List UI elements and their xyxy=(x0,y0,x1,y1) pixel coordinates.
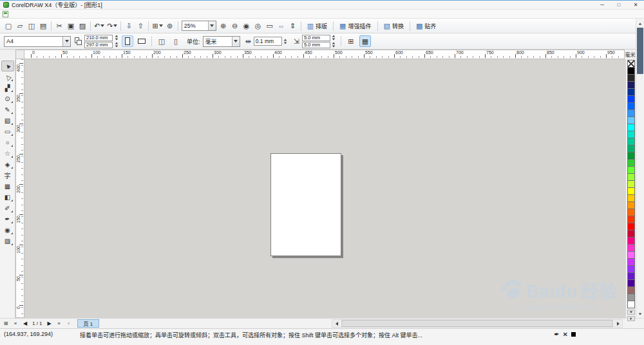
zoom-tool[interactable]: ⊙ xyxy=(1,93,14,104)
scroll-right-button[interactable] xyxy=(614,320,622,327)
document-page[interactable] xyxy=(270,153,341,256)
property-bar: A4 ◫ ▯ 单位: 毫米 ⇹ ⇲ xyxy=(0,33,636,50)
add-page-button[interactable]: ▫ xyxy=(64,319,73,328)
close-button[interactable]: ✕ xyxy=(627,1,644,9)
chevron-down-icon[interactable] xyxy=(62,37,70,46)
last-page-button[interactable]: » xyxy=(55,319,64,328)
watermark-url: jingyan.baidu.com xyxy=(501,302,617,312)
cursor-coordinates: (164.937, 169.294) xyxy=(4,331,73,337)
prev-page-button[interactable]: ◀ xyxy=(21,319,30,328)
duplicate-y-input[interactable] xyxy=(302,42,330,48)
snap-toolbar-button[interactable]: ▩贴齐 xyxy=(412,20,440,32)
open-button[interactable]: ▱ xyxy=(14,20,26,32)
nudge-spinner[interactable] xyxy=(283,39,289,44)
freehand-tool[interactable]: ✎ xyxy=(1,104,14,115)
text-tool[interactable]: 字 xyxy=(1,170,14,181)
paiban-button[interactable]: ▥排版 xyxy=(303,20,331,32)
duplicate-x-input[interactable] xyxy=(302,35,330,41)
pick-tool[interactable]: ▲ xyxy=(1,61,14,71)
smart-fill-tool[interactable]: ▧ xyxy=(1,115,14,126)
crop-tool[interactable]: ▞ xyxy=(1,82,14,93)
zoom-all-objects-button[interactable]: ◎ xyxy=(252,20,264,32)
minimize-button[interactable]: ─ xyxy=(594,1,611,9)
paper-width-spinner[interactable] xyxy=(113,35,119,41)
horizontal-ruler[interactable]: 0501001502002503003504004505005506006507… xyxy=(24,50,625,59)
scroll-left-button[interactable] xyxy=(332,320,341,327)
copy-button[interactable]: ▣ xyxy=(65,20,77,32)
enhanced-plugins-button[interactable]: ▦增强插件 xyxy=(336,20,375,32)
first-page-button[interactable]: « xyxy=(11,319,20,328)
zoom-page-height-button[interactable]: ⇕ xyxy=(287,20,299,32)
page-tab[interactable]: 页 1 xyxy=(77,319,100,328)
ellipse-tool[interactable]: ○ xyxy=(1,137,14,148)
ruler-origin-corner[interactable] xyxy=(15,50,24,59)
export-button[interactable]: ⇧ xyxy=(135,20,146,32)
units-combo[interactable]: 毫米 xyxy=(203,36,240,47)
convert-button[interactable]: ▧转换 xyxy=(380,20,408,32)
rectangle-tool[interactable]: ▭ xyxy=(1,126,14,137)
chevron-down-icon[interactable] xyxy=(232,37,240,46)
interactive-fill-tool[interactable]: ▨ xyxy=(1,236,14,247)
vertical-scrollbar[interactable] xyxy=(636,19,644,318)
landscape-button[interactable] xyxy=(136,35,147,47)
chevron-down-icon[interactable] xyxy=(208,21,216,30)
cut-button[interactable]: ✂ xyxy=(53,20,65,32)
zoom-out-button[interactable]: ⊖ xyxy=(229,20,241,32)
shape-tool-icon: △ xyxy=(3,73,12,81)
ruler-tick xyxy=(424,54,425,58)
document-icon[interactable] xyxy=(3,11,8,17)
horizontal-scrollbar[interactable] xyxy=(332,319,623,328)
snap-to-grid-button[interactable]: ⊞ xyxy=(345,35,357,47)
snap-to-objects-button[interactable]: ▦ xyxy=(359,35,371,47)
corel-online-button[interactable]: ⊛ xyxy=(164,20,176,32)
save-button[interactable]: ◫ xyxy=(26,20,37,32)
ruler-label: 300 xyxy=(16,125,21,133)
vertical-ruler[interactable]: 400350300250200150100500 xyxy=(15,59,24,318)
zoom-in-button[interactable]: ⊕ xyxy=(218,20,229,32)
scroll-down-button[interactable] xyxy=(636,310,644,318)
zoom-page-width-button[interactable]: ⇔ xyxy=(276,20,287,32)
polygon-tool[interactable]: ☆ xyxy=(1,148,14,159)
redo-button[interactable]: ↷ xyxy=(106,20,118,32)
horizontal-scroll-thumb[interactable] xyxy=(341,320,613,327)
layout-current-page-button[interactable]: ▯ xyxy=(170,35,182,47)
paste-button[interactable]: ▨ xyxy=(77,20,88,32)
blend-tool[interactable]: ◧ xyxy=(1,192,14,203)
paper-height-input[interactable] xyxy=(84,42,113,48)
zoom-page-button[interactable]: ▭ xyxy=(264,20,276,32)
palette-scroll-down-button[interactable] xyxy=(627,310,635,315)
paper-height-spinner[interactable] xyxy=(113,42,119,48)
table-tool[interactable]: ▦ xyxy=(1,181,14,192)
scroll-up-button[interactable] xyxy=(636,19,644,28)
vertical-scroll-track[interactable] xyxy=(636,74,644,310)
duplicate-y-spinner[interactable] xyxy=(331,42,337,48)
ruler-label: 550 xyxy=(365,50,373,55)
vertical-scroll-thumb[interactable] xyxy=(637,28,643,74)
paper-width-input[interactable] xyxy=(84,35,113,41)
import-button[interactable]: ⇩ xyxy=(123,20,135,32)
zoom-selected-button[interactable]: ◉ xyxy=(241,20,252,32)
basic-shapes-tool[interactable]: ◈ xyxy=(1,159,14,170)
portrait-button[interactable] xyxy=(122,35,133,47)
fill-tool[interactable]: ◉ xyxy=(1,225,14,236)
maximize-button[interactable]: □ xyxy=(611,1,627,9)
app-launcher-button[interactable]: ⊞ xyxy=(151,20,164,32)
page-grid-button[interactable]: ⊞ xyxy=(1,319,10,328)
new-button[interactable]: ▢ xyxy=(3,20,14,32)
paper-size-combo[interactable]: A4 xyxy=(4,36,71,47)
shape-tool[interactable]: △ xyxy=(1,71,14,82)
color-swatch[interactable] xyxy=(627,301,635,308)
drawing-canvas[interactable]: Baidu 经验 jingyan.baidu.com xyxy=(24,59,626,318)
eyedropper-tool[interactable]: ✐ xyxy=(1,203,14,214)
palette-expand-button[interactable] xyxy=(627,316,635,321)
layout-all-pages-button[interactable]: ◫ xyxy=(156,35,167,47)
ruler-label: 600 xyxy=(395,50,403,55)
ruler-tick xyxy=(485,54,486,58)
print-button[interactable]: ▤ xyxy=(37,20,49,32)
undo-button[interactable]: ↶ xyxy=(93,20,106,32)
nudge-offset-input[interactable] xyxy=(254,37,282,46)
next-page-button[interactable]: ▶ xyxy=(45,319,54,328)
zoom-level-combo[interactable]: 25% xyxy=(182,21,216,31)
duplicate-x-spinner[interactable] xyxy=(331,35,337,41)
outline-tool[interactable]: ✒ xyxy=(1,214,14,225)
